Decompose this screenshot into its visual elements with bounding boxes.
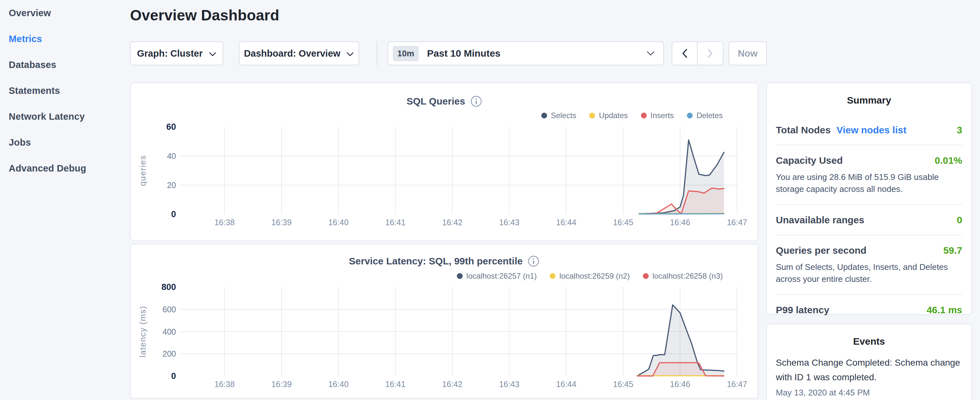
time-step-back-button[interactable] (672, 41, 698, 65)
p99-latency-value: 46.1 ms (927, 304, 962, 316)
svg-text:40: 40 (167, 151, 176, 161)
svg-text:16:45: 16:45 (613, 218, 633, 227)
toolbar: Graph: Cluster Dashboard: Overview 10m P… (130, 41, 777, 65)
graph-selector-dropdown[interactable]: Graph: Cluster (130, 41, 223, 65)
qps-value: 59.7 (943, 245, 962, 256)
sidebar: Overview Metrics Databases Statements Ne… (0, 0, 130, 400)
svg-text:0: 0 (171, 371, 176, 381)
event-timestamp: May 13, 2020 at 4:45 PM (776, 388, 962, 398)
svg-text:16:40: 16:40 (328, 218, 349, 227)
dashboard-selector-dropdown[interactable]: Dashboard: Overview (239, 41, 359, 65)
time-window-badge: 10m (393, 46, 418, 61)
svg-text:60: 60 (166, 122, 176, 132)
sidebar-item-advanced-debug[interactable]: Advanced Debug (0, 155, 130, 181)
capacity-used-description: You are using 28.6 MiB of 515.9 GiB usab… (776, 171, 962, 195)
total-nodes-label: Total Nodes (776, 124, 830, 135)
sql-queries-plot[interactable]: 020406016:3816:3916:4016:4116:4216:4316:… (131, 83, 759, 242)
sidebar-item-statements[interactable]: Statements (0, 78, 130, 104)
svg-text:0: 0 (171, 209, 176, 219)
chevron-right-icon (707, 49, 713, 58)
capacity-used-label: Capacity Used (776, 155, 843, 166)
sidebar-item-network-latency[interactable]: Network Latency (0, 104, 130, 129)
svg-text:16:46: 16:46 (670, 218, 690, 227)
summary-row-total-nodes: Total Nodes View nodes list 3 (776, 115, 962, 145)
sql-queries-chart-panel: SQL Queries SelectsUpdatesInsertsDeletes… (130, 83, 758, 241)
summary-row-unavailable-ranges: Unavailable ranges 0 (776, 205, 962, 235)
svg-text:16:44: 16:44 (556, 379, 576, 389)
svg-text:latency (ms): latency (ms) (138, 306, 148, 358)
unavailable-ranges-value: 0 (957, 215, 962, 226)
svg-text:200: 200 (162, 349, 176, 358)
time-range-dropdown[interactable]: 10m Past 10 Minutes (388, 41, 664, 65)
svg-text:600: 600 (162, 305, 176, 314)
svg-text:16:42: 16:42 (442, 379, 463, 389)
unavailable-ranges-label: Unavailable ranges (776, 215, 864, 226)
events-panel: Events Schema Change Completed: Schema c… (766, 324, 972, 400)
capacity-used-value: 0.01% (935, 155, 962, 166)
view-nodes-list-link[interactable]: View nodes list (836, 124, 906, 135)
svg-text:16:47: 16:47 (727, 218, 748, 227)
svg-text:400: 400 (162, 327, 176, 336)
svg-text:16:38: 16:38 (215, 218, 235, 227)
events-title: Events (767, 324, 971, 347)
time-step-buttons (672, 41, 724, 65)
total-nodes-value: 3 (957, 124, 962, 135)
chevron-down-icon (209, 52, 216, 57)
sidebar-item-databases[interactable]: Databases (0, 52, 130, 78)
sidebar-item-jobs[interactable]: Jobs (0, 129, 130, 155)
qps-label: Queries per second (776, 245, 866, 256)
page-title: Overview Dashboard (130, 6, 279, 24)
summary-title: Summary (767, 83, 971, 106)
event-list-item[interactable]: Schema Change Completed: Schema change w… (767, 347, 971, 398)
time-window-label: Past 10 Minutes (427, 48, 646, 59)
dashboard-selector-label: Dashboard: Overview (244, 48, 340, 59)
now-button[interactable]: Now (729, 41, 767, 65)
qps-description: Sum of Selects, Updates, Inserts, and De… (776, 261, 962, 285)
svg-text:16:45: 16:45 (613, 379, 633, 389)
service-latency-chart-panel: Service Latency: SQL, 99th percentile lo… (130, 244, 758, 399)
sidebar-item-overview[interactable]: Overview (0, 0, 130, 26)
toolbar-divider (377, 41, 377, 65)
svg-text:16:38: 16:38 (215, 379, 235, 389)
chevron-left-icon (682, 49, 687, 58)
summary-row-p99: P99 latency 46.1 ms (776, 295, 962, 325)
chevron-down-icon (346, 52, 354, 57)
svg-text:queries: queries (138, 155, 148, 186)
svg-text:16:39: 16:39 (272, 379, 292, 389)
svg-text:16:40: 16:40 (328, 379, 349, 389)
svg-text:20: 20 (167, 180, 176, 190)
event-message: Schema Change Completed: Schema change w… (776, 355, 962, 384)
svg-text:16:39: 16:39 (272, 218, 292, 227)
summary-panel: Summary Total Nodes View nodes list 3 Ca… (766, 83, 972, 315)
svg-text:16:43: 16:43 (499, 379, 520, 389)
service-latency-plot[interactable]: 020040060080016:3816:3916:4016:4116:4216… (131, 244, 759, 399)
summary-row-qps: Queries per second 59.7 Sum of Selects, … (776, 235, 962, 295)
sidebar-item-metrics[interactable]: Metrics (0, 26, 130, 52)
svg-text:800: 800 (161, 282, 176, 292)
svg-text:16:44: 16:44 (556, 218, 576, 227)
svg-text:16:47: 16:47 (727, 379, 748, 389)
graph-selector-label: Graph: Cluster (137, 48, 202, 59)
svg-text:16:41: 16:41 (385, 379, 406, 389)
svg-text:16:46: 16:46 (670, 379, 690, 389)
chevron-down-icon (646, 51, 655, 56)
time-step-forward-button[interactable] (698, 41, 724, 65)
svg-text:16:42: 16:42 (442, 218, 463, 227)
summary-row-capacity: Capacity Used 0.01% You are using 28.6 M… (776, 145, 962, 205)
p99-latency-label: P99 latency (776, 304, 829, 316)
svg-text:16:41: 16:41 (385, 218, 406, 227)
svg-text:16:43: 16:43 (499, 218, 520, 227)
